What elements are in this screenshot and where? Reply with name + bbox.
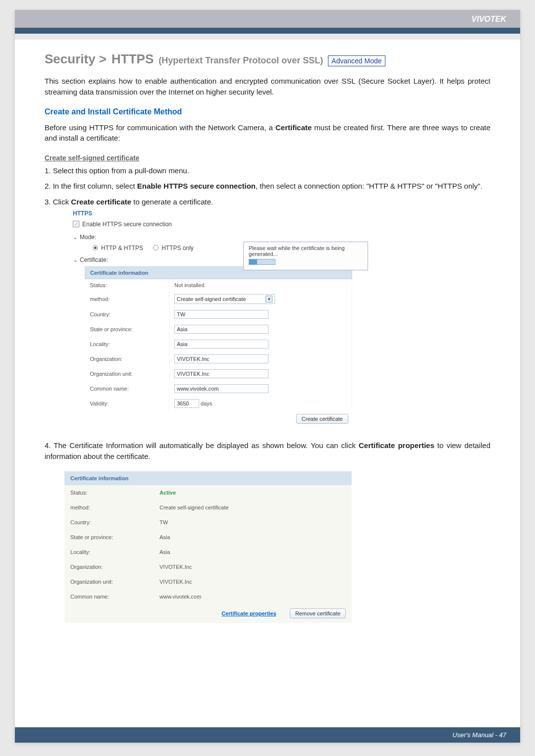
radio-http-https-label: HTTP & HTTPS: [101, 245, 143, 252]
step3-bold: Create certificate: [71, 198, 131, 206]
divider: [15, 34, 520, 40]
common-value2: www.vivotek.com: [154, 589, 352, 604]
status-value: Not installed: [169, 279, 352, 291]
wait-text: Please wait while the certificate is bei…: [249, 245, 363, 257]
state-label: State or province:: [85, 322, 169, 337]
locality-label2: Locality:: [64, 545, 154, 559]
mode-label: Mode:: [80, 234, 96, 241]
validity-label: Validity:: [85, 396, 169, 411]
method-select[interactable]: Create self-signed certificate▾: [174, 294, 275, 304]
method-value2: Create self-signed certificate: [154, 500, 352, 515]
status-value2: Active: [160, 490, 176, 496]
certificate-label: Certificate:: [80, 256, 108, 263]
orgunit-input[interactable]: VIVOTEK.Inc: [174, 369, 268, 378]
radio-http-https[interactable]: [93, 245, 98, 251]
org-label2: Organization:: [64, 559, 154, 574]
section-intro: Before using HTTPS for communication wit…: [45, 122, 490, 144]
state-value2: Asia: [154, 530, 352, 545]
orgunit-label: Organization unit:: [85, 366, 169, 381]
locality-value2: Asia: [154, 545, 352, 559]
section-title: Create and Install Certificate Method: [45, 107, 490, 116]
chevron-down-icon[interactable]: ⌄: [73, 234, 78, 241]
page-footer: User's Manual - 47: [15, 727, 520, 743]
breadcrumb-part1: Security >: [45, 51, 107, 67]
step4-prefix: 4. The Certificate Information will auto…: [45, 441, 359, 450]
step-1: 1. Select this option from a pull-down m…: [45, 165, 490, 176]
status-label2: Status:: [64, 485, 154, 500]
certificate-info-table: Certificate information Status: Not inst…: [85, 266, 352, 411]
locality-input[interactable]: Asia: [174, 340, 268, 349]
enable-https-checkbox[interactable]: ✓: [73, 221, 79, 227]
intro-text: This section explains how to enable auth…: [45, 76, 490, 98]
https-panel: HTTPS ✓ Enable HTTPS secure connection ⌄…: [64, 211, 367, 431]
heading-subtitle: (Hypertext Transfer Protocol over SSL): [159, 55, 323, 66]
certificate-info-table-active: Certificate information Status: Active m…: [64, 471, 352, 623]
cert-info-header2: Certificate information: [64, 471, 352, 485]
org-value2: VIVOTEK.Inc: [154, 559, 352, 574]
subsection-title: Create self-signed certificate: [45, 154, 139, 162]
step-4: 4. The Certificate Information will auto…: [45, 440, 490, 462]
step-3: 3. Click Create certificate to generate …: [45, 196, 490, 207]
org-input[interactable]: VIVOTEK.Inc: [174, 354, 268, 363]
radio-https-only[interactable]: [153, 245, 159, 251]
org-label: Organization:: [85, 352, 169, 366]
mode-badge: Advanced Mode: [328, 55, 385, 66]
common-input[interactable]: www.vivotek.com: [174, 384, 268, 393]
locality-label: Locality:: [85, 337, 169, 352]
radio-https-only-label: HTTPS only: [161, 245, 194, 252]
step4-bold: Certificate properties: [359, 441, 434, 450]
step2-prefix: 2. In the first column, select: [45, 182, 137, 190]
method-label: method:: [85, 291, 169, 307]
header-band: VIVOTEK: [15, 10, 520, 34]
enable-https-label: Enable HTTPS secure connection: [82, 221, 172, 228]
intro-bold: Certificate: [275, 123, 312, 132]
brand-label: VIVOTEK: [472, 15, 506, 24]
intro-a: Before using HTTPS for communication wit…: [45, 123, 275, 132]
method-label2: method:: [64, 500, 154, 515]
certificate-properties-link[interactable]: Certificate properties: [221, 610, 276, 616]
method-value: Create self-signed certificate: [177, 296, 246, 302]
country-value2: TW: [154, 515, 352, 530]
state-input[interactable]: Asia: [174, 325, 268, 334]
step2-bold: Enable HTTPS secure connection: [137, 182, 256, 190]
country-label2: Country:: [64, 515, 154, 530]
country-label: Country:: [85, 307, 169, 322]
common-label: Common name:: [85, 381, 169, 396]
step3-prefix: 3. Click: [45, 198, 71, 206]
status-label: Status:: [85, 279, 169, 291]
cert-info-panel-active: Certificate information Status: Active m…: [64, 471, 352, 623]
step-2: 2. In the first column, select Enable HT…: [45, 180, 490, 192]
https-legend: HTTPS: [71, 210, 94, 217]
create-certificate-button[interactable]: Create certificate: [296, 414, 348, 424]
orgunit-value2: VIVOTEK.Inc: [154, 574, 352, 589]
progress-bar: [249, 259, 275, 265]
validity-input[interactable]: 3650: [174, 399, 199, 408]
chevron-down-icon[interactable]: ⌄: [73, 256, 78, 263]
validity-unit: days: [201, 401, 212, 406]
step2-suffix: , then select a connection option: "HTTP…: [256, 182, 482, 190]
state-label2: State or province:: [64, 530, 154, 545]
breadcrumb-part2: HTTPS: [111, 51, 154, 67]
dropdown-arrow-icon[interactable]: ▾: [266, 296, 272, 302]
step3-suffix: to generate a certificate.: [131, 198, 213, 206]
wait-dialog: Please wait while the certificate is bei…: [243, 242, 368, 270]
orgunit-label2: Organization unit:: [64, 574, 154, 589]
country-input[interactable]: TW: [174, 310, 268, 319]
page-heading: Security > HTTPS (Hypertext Transfer Pro…: [45, 51, 490, 67]
common-label2: Common name:: [64, 589, 154, 604]
remove-certificate-button[interactable]: Remove certificate: [290, 608, 346, 618]
